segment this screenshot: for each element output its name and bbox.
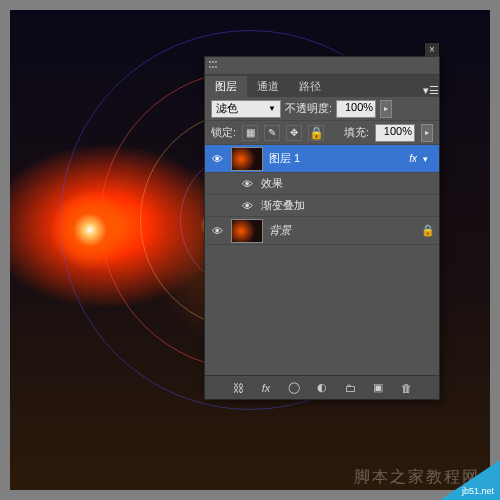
layer-thumbnail[interactable] [231,147,263,171]
tab-layers[interactable]: 图层 [205,76,247,97]
blend-mode-value: 滤色 [216,101,238,116]
lock-position-button[interactable]: ✥ [286,125,302,141]
adjustment-layer-icon[interactable]: ◐ [313,379,331,397]
layer-thumbnail[interactable] [231,219,263,243]
lock-fill-row: 锁定: ▦ ✎ ✥ 🔒 填充: 100% ▸ [205,121,439,145]
layers-bottombar: ⛓ fx ◯ ◐ 🗀 ▣ 🗑 [205,375,439,399]
new-layer-icon[interactable]: ▣ [369,379,387,397]
artwork-flare [50,190,130,270]
lock-icon: 🔒 [309,126,324,140]
lock-pixels-button[interactable]: ✎ [264,125,280,141]
layer-style-icon[interactable]: fx [257,379,275,397]
layers-list: 👁 图层 1 fx ▾ 👁 效果 👁 渐变叠加 👁 背景 🔒 [205,145,439,375]
lock-label: 锁定: [211,125,236,140]
lock-all-button[interactable]: 🔒 [308,125,324,141]
layer-name[interactable]: 背景 [269,223,415,238]
chevron-down-icon[interactable]: ▾ [423,154,435,164]
panel-tabs: 图层 通道 路径 ▾☰ [205,75,439,97]
layer-effects-row[interactable]: 👁 效果 [205,173,439,195]
layer-row[interactable]: 👁 图层 1 fx ▾ [205,145,439,173]
opacity-label: 不透明度: [285,101,332,116]
opacity-input[interactable]: 100% [336,100,376,118]
blend-mode-dropdown[interactable]: 滤色 ▼ [211,100,281,118]
panel-menu-icon[interactable]: ▾☰ [423,84,439,97]
visibility-eye-icon[interactable]: 👁 [239,178,255,190]
panel-titlebar[interactable] [205,57,439,75]
visibility-eye-icon[interactable]: 👁 [239,200,255,212]
link-layers-icon[interactable]: ⛓ [229,379,247,397]
corner-badge-text: jb51.net [462,486,494,496]
fill-stepper[interactable]: ▸ [421,124,433,142]
close-icon[interactable]: × [425,43,439,57]
fill-label: 填充: [344,125,369,140]
chevron-down-icon: ▼ [268,104,276,113]
effect-gradient-overlay: 渐变叠加 [261,198,435,213]
lock-transparency-button[interactable]: ▦ [242,125,258,141]
grip-icon [207,59,221,73]
tab-channels[interactable]: 通道 [247,76,289,97]
layer-name[interactable]: 图层 1 [269,151,403,166]
layer-row[interactable]: 👁 背景 🔒 [205,217,439,245]
effects-label: 效果 [261,176,435,191]
layer-group-icon[interactable]: 🗀 [341,379,359,397]
lock-icon: 🔒 [421,224,435,237]
visibility-eye-icon[interactable]: 👁 [209,225,225,237]
blend-opacity-row: 滤色 ▼ 不透明度: 100% ▸ [205,97,439,121]
layer-mask-icon[interactable]: ◯ [285,379,303,397]
layers-panel: × 图层 通道 路径 ▾☰ 滤色 ▼ 不透明度: 100% ▸ 锁定: ▦ ✎ … [204,56,440,400]
visibility-eye-icon[interactable]: 👁 [209,153,225,165]
fx-indicator[interactable]: fx [409,153,417,164]
tab-paths[interactable]: 路径 [289,76,331,97]
opacity-stepper[interactable]: ▸ [380,100,392,118]
fill-input[interactable]: 100% [375,124,415,142]
delete-layer-icon[interactable]: 🗑 [397,379,415,397]
layer-effect-item[interactable]: 👁 渐变叠加 [205,195,439,217]
